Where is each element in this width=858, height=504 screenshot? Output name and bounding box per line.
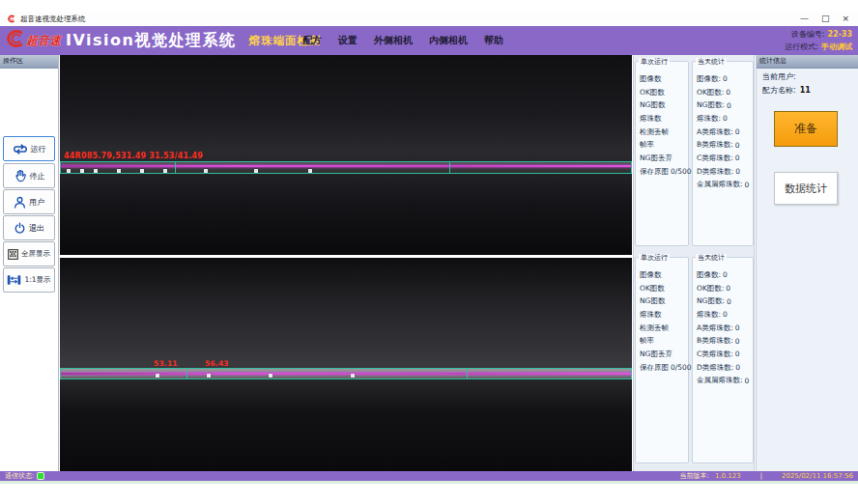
stat-label: NG图丢弃: [640, 350, 672, 359]
detection-overlay-top: 44R085.79,531.49 31.53/41.49: [60, 161, 632, 174]
close-button[interactable]: ×: [842, 12, 849, 26]
stat-label: A类熔珠数:: [697, 127, 733, 137]
stat-row: C类熔珠数:0: [693, 348, 753, 361]
recipe-line: 配方名称:11: [762, 85, 811, 96]
detection-rect-divider: [186, 369, 187, 378]
stat-value: 0: [735, 154, 740, 162]
exit-button[interactable]: 退出: [3, 215, 55, 240]
comm-status-label: 通信状态:: [5, 471, 34, 481]
run-cycle-icon: [13, 143, 28, 155]
groupbox-title: 单次运行: [639, 254, 670, 262]
stat-row: NG图数:0: [693, 294, 753, 308]
stat-label: D类熔珠数:: [697, 363, 733, 373]
menu-item-outer-camera[interactable]: 外侧相机: [374, 34, 413, 47]
stat-row: C类熔珠数:0: [693, 152, 753, 165]
run-mode-value: 手动调试: [821, 42, 852, 51]
measurement-annotation: 44R085.79,531.49 31.53/41.49: [64, 152, 203, 160]
camera-view-bottom[interactable]: 53.11 56.43: [60, 258, 632, 471]
operation-sidebar: 操作区 运行 停止 用户 退出: [0, 55, 59, 471]
stats-column: 单次运行 图像数 OK图数 NG图数 熔珠数 检测丢帧 帧率 NG图丢弃 保存原…: [633, 55, 755, 471]
stat-row: 熔珠数:0: [693, 308, 753, 322]
stat-row: A类熔珠数:0: [693, 322, 753, 335]
window-title: 超音速视觉处理系统: [20, 14, 86, 24]
stat-row: 图像数:0: [693, 72, 753, 86]
stat-value: 0: [735, 167, 740, 176]
camera-image-bottom: [60, 258, 632, 471]
stat-label: NG图丢弃: [640, 154, 672, 163]
stat-row: OK图数:0: [693, 86, 753, 99]
minimize-button[interactable]: —: [800, 12, 809, 26]
menu-bar: 配方 设置 外侧相机 内侧相机 帮助: [302, 26, 503, 55]
camera-view-top[interactable]: 44R085.79,531.49 31.53/41.49: [60, 55, 632, 255]
feature-marker: [156, 374, 159, 378]
stat-label: OK图数: [640, 88, 665, 98]
stat-label: 熔珠数: [640, 310, 662, 320]
stat-label: 熔珠数:: [697, 310, 721, 320]
run-button[interactable]: 运行: [3, 136, 55, 161]
stop-button[interactable]: 停止: [3, 163, 55, 188]
stat-label: 图像数: [640, 74, 662, 84]
menu-item-recipe[interactable]: 配方: [302, 34, 322, 47]
stat-row: 保存原图0/500: [636, 165, 688, 179]
stat-row: 熔珠数:0: [693, 112, 753, 126]
feature-marker: [117, 169, 121, 173]
power-icon: [14, 222, 26, 235]
stat-value: 0: [735, 127, 740, 136]
stat-row: 保存原图0/500: [636, 361, 688, 375]
user-button[interactable]: 用户: [3, 189, 55, 214]
feature-marker: [67, 169, 71, 173]
status-bar-right: 当前版本: 1.0.123 | 2025/02/11 16:57:56: [680, 471, 853, 481]
desktop-edge: [0, 481, 858, 484]
stat-row: 检测丢帧: [636, 126, 688, 139]
recipe-name-label: 配方名称:: [762, 86, 796, 95]
stop-hand-icon: [14, 169, 27, 182]
menu-item-inner-camera[interactable]: 内侧相机: [429, 34, 468, 47]
data-statistics-button[interactable]: 数据统计: [774, 172, 838, 205]
info-panel: 统计信息 当前用户: 配方名称:11 准备 数据统计: [756, 55, 858, 471]
stat-value: 0: [723, 270, 728, 279]
single-run-groupbox: 单次运行 图像数 OK图数 NG图数 熔珠数 检测丢帧 帧率 NG图丢弃 保存原…: [635, 257, 689, 463]
status-separator: |: [760, 472, 762, 480]
stat-value: 0: [735, 350, 740, 358]
app-header: 超音速 IVision视觉处理系统 熔珠端面检测 配方 设置 外侧相机 内侧相机…: [0, 26, 858, 55]
feature-marker: [94, 169, 98, 173]
stat-row: 检测丢帧: [636, 322, 688, 335]
stat-label: 图像数:: [697, 74, 721, 84]
one-to-one-button[interactable]: 1:1显示: [3, 267, 55, 293]
brand-block: 超音速 IVision视觉处理系统 熔珠端面检测: [4, 26, 321, 55]
device-info: 设备编号:22-33 运行模式:手动调试: [785, 28, 852, 53]
stat-label: 图像数:: [697, 270, 721, 280]
stat-value: 0/500: [671, 167, 692, 176]
stat-label: 金属屑熔珠数:: [697, 376, 743, 385]
brand-name: 超音速: [26, 33, 61, 49]
feature-marker: [269, 374, 272, 378]
stat-label: 检测丢帧: [640, 127, 669, 137]
user-button-label: 用户: [29, 197, 44, 208]
stat-label: NG图数: [640, 100, 665, 110]
feature-marker: [254, 169, 258, 173]
stat-label: 帧率: [640, 336, 654, 346]
stats-panel-top: 单次运行 图像数 OK图数 NG图数 熔珠数 检测丢帧 帧率 NG图丢弃 保存原…: [634, 57, 754, 246]
datetime-value: 2025/02/11 16:57:56: [782, 472, 853, 480]
user-icon: [14, 196, 26, 209]
one-to-one-icon: [7, 274, 21, 286]
detection-rect-divider: [467, 369, 468, 378]
stat-label: OK图数: [640, 284, 665, 294]
brand-logo-icon: [4, 28, 25, 53]
maximize-button[interactable]: □: [821, 12, 830, 26]
stat-label: 保存原图: [640, 363, 669, 373]
fullscreen-grid-icon: [8, 249, 18, 260]
stat-row: OK图数:0: [693, 282, 753, 295]
stat-label: A类熔珠数:: [697, 323, 733, 333]
measurement-annotation: 53.11: [154, 359, 178, 368]
stat-value: 0: [735, 363, 740, 372]
fullscreen-button[interactable]: 全屏显示: [3, 241, 55, 266]
menu-item-help[interactable]: 帮助: [484, 34, 503, 47]
version-value: 1.0.123: [715, 472, 741, 480]
stat-value: 0: [735, 337, 740, 346]
menu-item-settings[interactable]: 设置: [338, 34, 358, 47]
stat-value: 0: [726, 88, 730, 97]
version-label: 当前版本:: [680, 471, 709, 481]
stat-label: OK图数:: [697, 284, 724, 294]
prepare-button[interactable]: 准备: [774, 111, 838, 147]
